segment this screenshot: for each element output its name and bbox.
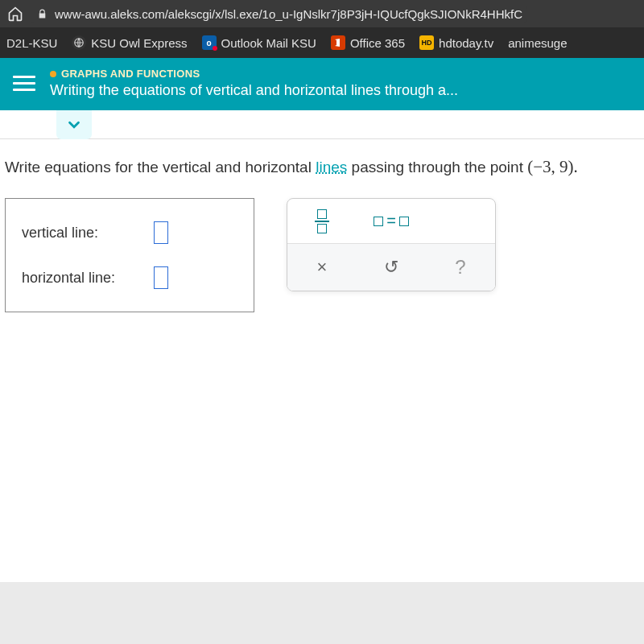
vertical-label: vertical line:: [22, 225, 142, 242]
hamburger-menu-icon[interactable]: [13, 76, 35, 91]
tool-row-bottom: × ↺ ?: [287, 243, 495, 291]
page-title: Writing the equations of vertical and ho…: [50, 82, 458, 99]
browser-url-bar: www-awu.aleks.com/alekscgi/x/lsl.exe/1o_…: [0, 0, 644, 27]
close-icon: ×: [317, 257, 328, 278]
question-mark-icon: ?: [455, 256, 465, 279]
bookmark-label: Outlook Mail KSU: [221, 36, 316, 50]
horizontal-label: horizontal line:: [22, 270, 142, 287]
help-button[interactable]: ?: [426, 244, 495, 291]
bookmarks-bar: D2L-KSU KSU Owl Express o Outlook Mail K…: [0, 27, 644, 58]
question-point: (−3, 9).: [527, 157, 578, 176]
breadcrumb: GRAPHS AND FUNCTIONS: [50, 68, 458, 80]
bookmark-outlook[interactable]: o Outlook Mail KSU: [202, 35, 316, 50]
bookmark-hdtoday[interactable]: HD hdtoday.tv: [419, 35, 493, 50]
bookmark-label: animesuge: [508, 36, 567, 50]
equals-sign: =: [386, 212, 396, 230]
outlook-icon: o: [202, 35, 217, 50]
horizontal-line-row: horizontal line:: [22, 266, 237, 289]
tool-row-top: =: [287, 199, 495, 243]
crumb-dot-icon: [50, 71, 56, 77]
bookmark-label: Office 365: [350, 36, 405, 50]
globe-icon: [72, 35, 86, 50]
reset-button[interactable]: ↺: [357, 244, 426, 291]
equation-tool[interactable]: =: [357, 199, 426, 243]
app-header: GRAPHS AND FUNCTIONS Writing the equatio…: [0, 58, 644, 110]
undo-icon: ↺: [384, 257, 398, 278]
tool-spacer: [426, 199, 495, 243]
header-text: GRAPHS AND FUNCTIONS Writing the equatio…: [50, 68, 458, 99]
answer-box: vertical line: horizontal line:: [5, 198, 254, 312]
fraction-tool[interactable]: [287, 199, 357, 243]
work-row: vertical line: horizontal line: =: [5, 198, 636, 312]
question-post: passing through the point: [347, 159, 527, 175]
chevron-down-icon: [65, 116, 83, 134]
lines-link[interactable]: lines: [316, 159, 347, 175]
office-icon: [331, 35, 345, 50]
lock-icon: [35, 7, 48, 20]
sub-bar: [0, 110, 644, 139]
bookmark-d2l[interactable]: D2L-KSU: [6, 36, 57, 50]
horizontal-line-input[interactable]: [154, 266, 168, 289]
tool-panel: = × ↺ ?: [287, 198, 496, 291]
hd-icon: HD: [419, 35, 434, 50]
expand-toggle[interactable]: [56, 110, 92, 139]
bookmark-office[interactable]: Office 365: [331, 35, 405, 50]
vertical-line-row: vertical line:: [22, 221, 237, 244]
bookmark-owl[interactable]: KSU Owl Express: [72, 35, 187, 50]
home-icon[interactable]: [5, 3, 26, 24]
bookmark-label: KSU Owl Express: [91, 36, 187, 50]
bookmark-label: D2L-KSU: [6, 36, 57, 50]
question-pre: Write equations for the vertical and hor…: [5, 159, 316, 175]
bookmark-animesuge[interactable]: animesuge: [508, 36, 567, 50]
question-text: Write equations for the vertical and hor…: [5, 155, 636, 179]
vertical-line-input[interactable]: [154, 221, 168, 244]
bookmark-label: hdtoday.tv: [439, 36, 493, 50]
url-display[interactable]: www-awu.aleks.com/alekscgi/x/lsl.exe/1o_…: [31, 6, 527, 23]
equation-icon: =: [374, 212, 409, 230]
url-text: www-awu.aleks.com/alekscgi/x/lsl.exe/1o_…: [55, 7, 522, 21]
crumb-label: GRAPHS AND FUNCTIONS: [61, 68, 200, 80]
clear-button[interactable]: ×: [287, 244, 357, 291]
fraction-icon: [315, 209, 329, 233]
content-area: Write equations for the vertical and hor…: [0, 139, 644, 582]
